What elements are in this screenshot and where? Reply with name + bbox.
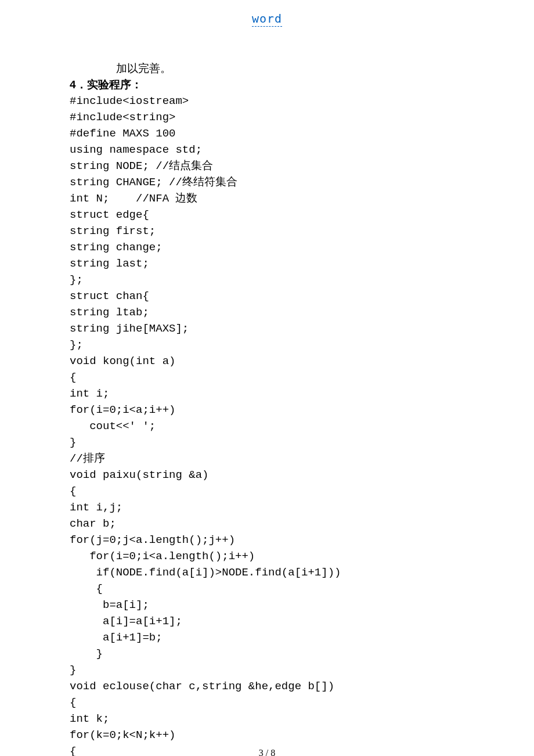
code-line: void kong(int a) xyxy=(70,353,476,369)
code-line: a[i]=a[i+1]; xyxy=(70,613,476,629)
code-line: //排序 xyxy=(70,451,476,467)
code-line: { xyxy=(70,483,476,499)
code-line: { xyxy=(70,369,476,386)
code-line: int k; xyxy=(70,711,476,727)
code-line: struct edge{ xyxy=(70,207,476,223)
code-line: #include<iostream> xyxy=(70,93,476,109)
code-line: string jihe[MAXS]; xyxy=(70,321,476,337)
code-line: string change; xyxy=(70,239,476,255)
code-line: for(i=0;i<a;i++) xyxy=(70,402,476,418)
code-line: string CHANGE; //终结符集合 xyxy=(70,174,476,190)
code-line: using namespace std; xyxy=(70,142,476,158)
section-title: 4．实验程序： xyxy=(70,77,476,93)
intro-text: 加以完善。 xyxy=(70,60,476,77)
code-line: struct chan{ xyxy=(70,288,476,304)
code-line: } xyxy=(70,646,476,662)
code-line: }; xyxy=(70,272,476,288)
code-line: } xyxy=(70,662,476,678)
code-line: a[i+1]=b; xyxy=(70,629,476,646)
header-link-container: word xyxy=(0,12,534,26)
code-line: string NODE; //结点集合 xyxy=(70,158,476,174)
page-footer: 3 / 8 xyxy=(0,748,534,756)
code-line: b=a[i]; xyxy=(70,597,476,613)
code-line: string last; xyxy=(70,255,476,272)
code-line: int i; xyxy=(70,386,476,402)
code-line: #include<string> xyxy=(70,109,476,125)
code-line: for(k=0;k<N;k++) xyxy=(70,727,476,743)
code-line: char b; xyxy=(70,516,476,532)
code-line: { xyxy=(70,581,476,597)
code-line: for(i=0;i<a.length();i++) xyxy=(70,548,476,564)
code-line: #define MAXS 100 xyxy=(70,125,476,142)
page-number: 3 / 8 xyxy=(259,748,275,756)
code-line: int i,j; xyxy=(70,499,476,516)
code-line: if(NODE.find(a[i])>NODE.find(a[i+1])) xyxy=(70,564,476,581)
document-page: word 加以完善。 4．实验程序： #include<iostream> #i… xyxy=(0,0,534,756)
code-line: string first; xyxy=(70,223,476,239)
code-line: int N; //NFA 边数 xyxy=(70,190,476,207)
code-line: for(j=0;j<a.length();j++) xyxy=(70,532,476,548)
code-line: } xyxy=(70,434,476,451)
code-line: string ltab; xyxy=(70,304,476,321)
word-link[interactable]: word xyxy=(252,12,282,27)
content-area: 加以完善。 4．实验程序： #include<iostream> #includ… xyxy=(0,60,534,756)
code-line: void eclouse(char c,string &he,edge b[]) xyxy=(70,678,476,694)
code-line: }; xyxy=(70,337,476,353)
code-line: { xyxy=(70,694,476,711)
code-line: void paixu(string &a) xyxy=(70,467,476,483)
code-line: cout<<' '; xyxy=(70,418,476,434)
